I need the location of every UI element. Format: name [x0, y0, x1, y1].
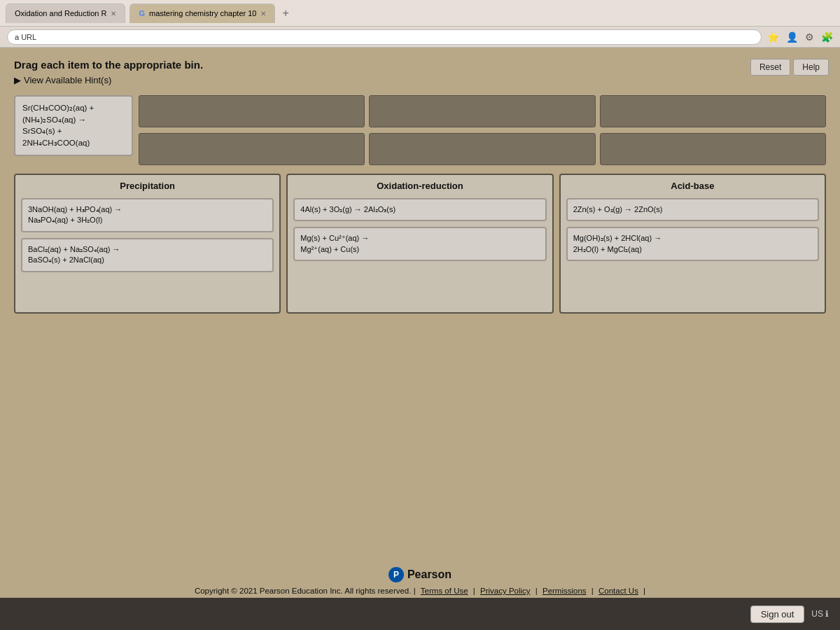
hint-row[interactable]: ▶ View Available Hint(s) — [14, 75, 826, 85]
info-icon: ℹ — [825, 609, 829, 619]
settings-icon: ⚙ — [805, 31, 814, 43]
bottom-bar: Sign out US ℹ — [0, 598, 840, 630]
address-bar-input[interactable] — [7, 29, 762, 45]
locale-badge: US ℹ — [811, 609, 829, 619]
drop-slot-2[interactable] — [369, 95, 595, 127]
source-item-card[interactable]: Sr(CH₃COO)₂(aq) + (NH₄)₂SO₄(aq) → SrSO₄(… — [14, 95, 133, 156]
categories-row: Precipitation 3NaOH(aq) + H₃PO₄(aq) →Na₃… — [14, 174, 826, 314]
drop-slot-6[interactable] — [600, 133, 826, 165]
tab-close-mastering[interactable]: ✕ — [260, 10, 266, 18]
drop-slots-grid — [139, 95, 826, 167]
browser-chrome: Oxidation and Reduction R ✕ G mastering … — [0, 0, 840, 27]
oxidation-reduction-title: Oxidation-reduction — [293, 181, 546, 191]
drop-slot-5[interactable] — [369, 133, 595, 165]
main-content: Reset Help Drag each item to the appropr… — [0, 48, 840, 630]
precipitation-item-1[interactable]: 3NaOH(aq) + H₃PO₄(aq) →Na₃PO₄(aq) + 3H₂O… — [21, 198, 274, 232]
privacy-policy-link[interactable]: Privacy Policy — [480, 587, 531, 595]
source-reaction-text: Sr(CH₃COO)₂(aq) + (NH₄)₂SO₄(aq) → SrSO₄(… — [22, 104, 94, 147]
user-icon: 👤 — [786, 31, 798, 43]
tab-label-mastering: mastering chemistry chapter 10 — [149, 9, 256, 18]
tab-oxidation[interactable]: Oxidation and Reduction R ✕ — [6, 4, 125, 23]
drop-slot-1[interactable] — [139, 95, 365, 127]
acid-base-title: Acid-base — [566, 181, 819, 191]
pearson-icon: P — [388, 567, 404, 582]
precipitation-bin[interactable]: Precipitation 3NaOH(aq) + H₃PO₄(aq) →Na₃… — [14, 174, 281, 314]
precipitation-item-2[interactable]: BaCl₂(aq) + Na₂SO₄(aq) →BaSO₄(s) + 2NaCl… — [21, 238, 274, 272]
reaction-text-ab-1: 2Zn(s) + O₂(g) → 2ZnO(s) — [573, 205, 663, 214]
tab-mastering[interactable]: G mastering chemistry chapter 10 ✕ — [130, 4, 275, 23]
new-tab-button[interactable]: + — [279, 7, 291, 20]
footer-area: P Pearson Copyright © 2021 Pearson Educa… — [0, 567, 840, 595]
contact-us-link[interactable]: Contact Us — [598, 587, 638, 595]
top-buttons: Reset Help — [750, 59, 829, 76]
bookmark-icon: ⭐ — [767, 31, 779, 43]
reaction-text-ox-1: 4Al(s) + 3O₂(g) → 2Al₂O₃(s) — [300, 205, 396, 214]
address-bar-row: ⭐ 👤 ⚙ 🧩 — [0, 27, 840, 48]
precipitation-title: Precipitation — [21, 181, 274, 191]
hint-label: View Available Hint(s) — [24, 75, 111, 85]
tab-label: Oxidation and Reduction R — [15, 9, 106, 18]
help-button[interactable]: Help — [793, 59, 829, 76]
drop-slot-4[interactable] — [139, 133, 365, 165]
reaction-text-precip-2: BaCl₂(aq) + Na₂SO₄(aq) →BaSO₄(s) + 2NaCl… — [28, 245, 120, 264]
terms-of-use-link[interactable]: Terms of Use — [421, 587, 468, 595]
extension-icon: 🧩 — [821, 31, 833, 43]
tab-google-icon: G — [139, 9, 145, 18]
oxidation-reduction-bin[interactable]: Oxidation-reduction 4Al(s) + 3O₂(g) → 2A… — [286, 174, 553, 314]
copyright-text: Copyright © 2021 Pearson Education Inc. … — [195, 587, 412, 595]
oxidation-item-1[interactable]: 4Al(s) + 3O₂(g) → 2Al₂O₃(s) — [293, 198, 546, 221]
sign-out-button[interactable]: Sign out — [750, 606, 805, 623]
footer-links: Copyright © 2021 Pearson Education Inc. … — [0, 587, 840, 595]
permissions-link[interactable]: Permissions — [542, 587, 587, 595]
acid-base-item-2[interactable]: Mg(OH)₂(s) + 2HCl(aq) →2H₂O(l) + MgCl₂(a… — [566, 227, 819, 261]
reset-button[interactable]: Reset — [750, 59, 790, 76]
pearson-logo: P Pearson — [0, 567, 840, 582]
acid-base-bin[interactable]: Acid-base 2Zn(s) + O₂(g) → 2ZnO(s) Mg(OH… — [559, 174, 826, 314]
top-area: Sr(CH₃COO)₂(aq) + (NH₄)₂SO₄(aq) → SrSO₄(… — [14, 95, 826, 167]
locale-text: US — [811, 609, 823, 619]
reaction-text-ab-2: Mg(OH)₂(s) + 2HCl(aq) →2H₂O(l) + MgCl₂(a… — [573, 234, 662, 253]
drop-slot-3[interactable] — [600, 95, 826, 127]
reaction-text-ox-2: Mg(s) + Cu²⁺(aq) →Mg²⁺(aq) + Cu(s) — [300, 234, 369, 253]
hint-arrow-icon: ▶ — [14, 75, 21, 85]
reaction-text-precip-1: 3NaOH(aq) + H₃PO₄(aq) →Na₃PO₄(aq) + 3H₂O… — [28, 205, 122, 224]
oxidation-item-2[interactable]: Mg(s) + Cu²⁺(aq) →Mg²⁺(aq) + Cu(s) — [293, 227, 546, 261]
browser-nav-icons: ⭐ 👤 ⚙ 🧩 — [767, 31, 833, 43]
acid-base-item-1[interactable]: 2Zn(s) + O₂(g) → 2ZnO(s) — [566, 198, 819, 221]
pearson-label: Pearson — [407, 568, 451, 581]
tab-close-oxidation[interactable]: ✕ — [111, 10, 116, 18]
page-instruction: Drag each item to the appropriate bin. — [14, 59, 826, 71]
